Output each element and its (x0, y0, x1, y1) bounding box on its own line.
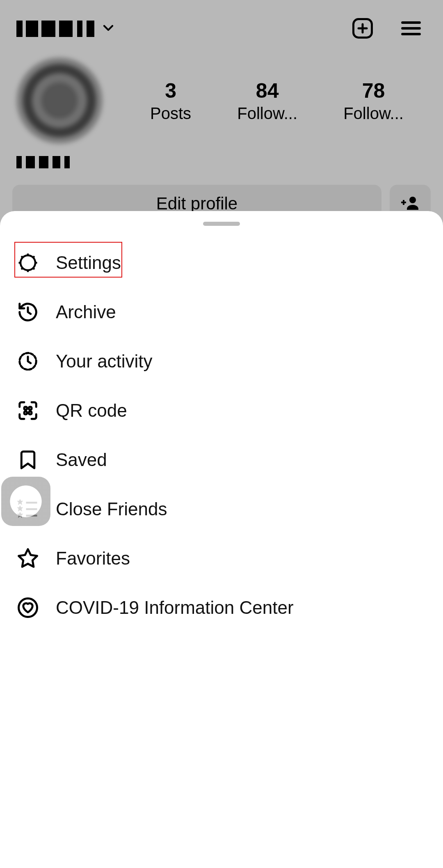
profile-summary: 3 Posts 84 Follow... 78 Follow... (0, 53, 443, 144)
menu-item-close-friends[interactable]: Close Friends (16, 485, 427, 534)
history-icon (16, 301, 39, 324)
chevron-down-icon (100, 20, 116, 38)
menu-label: Saved (56, 450, 107, 470)
edit-profile-label: Edit profile (156, 194, 237, 213)
svg-rect-13 (29, 407, 32, 410)
username-switcher[interactable] (16, 20, 350, 38)
stat-following-count: 78 (343, 79, 404, 103)
stat-posts-count: 3 (150, 79, 191, 103)
bookmark-icon (16, 448, 39, 471)
menu-label: QR code (56, 400, 127, 421)
menu-label: Favorites (56, 548, 130, 569)
qr-icon (16, 399, 39, 422)
options-bottom-sheet: Settings Archive Your activity QR code S (0, 211, 443, 868)
create-button[interactable] (350, 16, 375, 42)
svg-marker-22 (19, 549, 37, 567)
stat-posts-label: Posts (150, 104, 191, 123)
menu-label: Close Friends (56, 499, 167, 519)
menu-label: Archive (56, 302, 116, 322)
svg-marker-17 (18, 506, 22, 510)
display-name-obscured (16, 156, 70, 168)
gear-icon (16, 251, 39, 274)
display-name-row (0, 144, 443, 168)
stat-following-label: Follow... (343, 104, 404, 123)
svg-marker-18 (18, 513, 22, 517)
menu-list: Settings Archive Your activity QR code S (0, 238, 443, 797)
profile-stats: 3 Posts 84 Follow... 78 Follow... (127, 79, 427, 123)
menu-label: Your activity (56, 351, 153, 372)
stat-following[interactable]: 78 Follow... (343, 79, 404, 123)
menu-item-favorites[interactable]: Favorites (16, 534, 427, 583)
menu-item-qr-code[interactable]: QR code (16, 386, 427, 435)
svg-rect-14 (24, 411, 27, 414)
svg-marker-16 (18, 500, 22, 504)
sheet-drag-handle[interactable] (203, 222, 240, 226)
stat-posts[interactable]: 3 Posts (150, 79, 191, 123)
menu-item-covid-info[interactable]: COVID-19 Information Center (16, 583, 427, 632)
menu-item-settings[interactable]: Settings (16, 238, 427, 287)
avatar[interactable] (16, 57, 103, 144)
stat-followers-label: Follow... (237, 104, 297, 123)
plus-square-icon (350, 36, 375, 42)
stat-followers-count: 84 (237, 79, 297, 103)
svg-rect-15 (29, 411, 32, 414)
menu-item-archive[interactable]: Archive (16, 287, 427, 337)
star-icon (16, 547, 39, 570)
profile-header (0, 0, 443, 53)
menu-item-saved[interactable]: Saved (16, 435, 427, 485)
svg-rect-12 (24, 407, 27, 410)
svg-point-6 (409, 197, 416, 203)
header-actions (350, 16, 422, 42)
heart-badge-icon (16, 596, 39, 619)
username-obscured (16, 21, 94, 37)
menu-label: COVID-19 Information Center (56, 597, 294, 618)
svg-point-10 (25, 260, 31, 266)
star-list-icon (16, 498, 39, 521)
stat-followers[interactable]: 84 Follow... (237, 79, 297, 123)
hamburger-icon (400, 35, 422, 41)
hamburger-menu-button[interactable] (400, 17, 422, 41)
menu-label: Settings (56, 253, 121, 273)
activity-icon (16, 350, 39, 373)
menu-item-your-activity[interactable]: Your activity (16, 337, 427, 386)
svg-point-23 (19, 599, 37, 617)
